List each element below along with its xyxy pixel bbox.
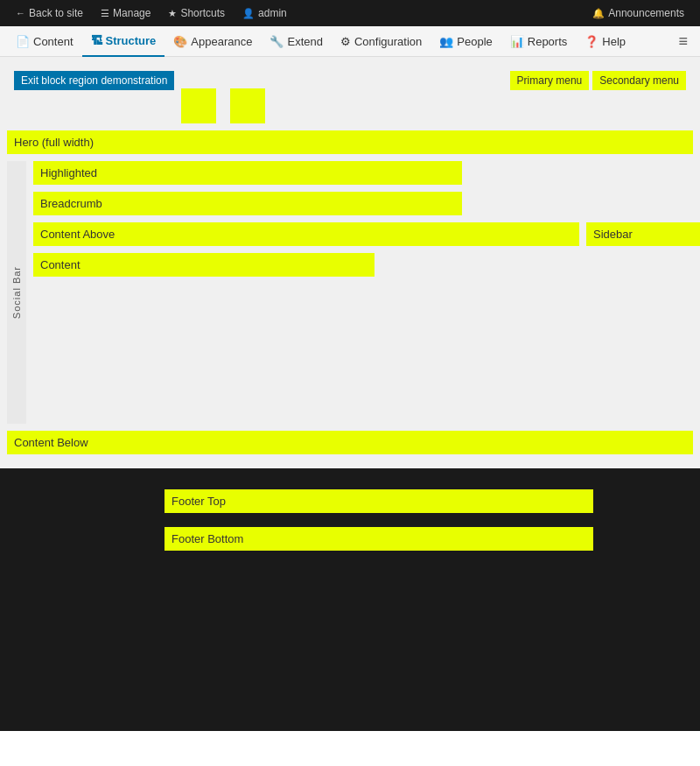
secondary-nav-right: ≡	[673, 32, 693, 51]
back-to-site-btn[interactable]: ← Back to site	[7, 0, 92, 26]
region-footer-top: Footer Top	[164, 489, 593, 513]
content-above-label: Content Above	[40, 228, 115, 241]
demo-footer: Footer Top Footer Bottom	[0, 468, 700, 731]
demo-wrapper: Exit block region demonstration Primary …	[0, 57, 700, 468]
header-block-2	[230, 88, 265, 123]
announcements-label: Announcements	[608, 7, 684, 19]
appearance-icon: 🎨	[173, 35, 187, 48]
nav-help[interactable]: ❓ Help	[576, 26, 634, 57]
primary-menu-label: Primary menu	[510, 71, 590, 90]
back-to-site-label: Back to site	[29, 7, 83, 19]
header-menu-area: Primary menu Secondary menu	[503, 64, 693, 97]
extend-icon: 🔧	[270, 35, 284, 48]
manage-label: Manage	[113, 7, 150, 19]
shortcuts-label: Shortcuts	[180, 7, 225, 19]
content-label: Content	[33, 35, 74, 48]
configuration-label: Configuration	[354, 35, 422, 48]
admin-toolbar: ← Back to site ☰ Manage ★ Shortcuts 👤 ad…	[0, 0, 700, 26]
structure-label: Structure	[106, 34, 157, 47]
appearance-label: Appearance	[191, 35, 252, 48]
nav-configuration[interactable]: ⚙ Configuration	[332, 26, 430, 57]
reports-icon: 📊	[510, 35, 524, 48]
content-label: Content	[40, 258, 80, 271]
shortcuts-btn[interactable]: ★ Shortcuts	[159, 0, 234, 26]
secondary-nav: 📄 Content 🏗 Structure 🎨 Appearance 🔧 Ext…	[0, 26, 700, 57]
region-hero: Hero (full width)	[7, 130, 693, 154]
nav-appearance[interactable]: 🎨 Appearance	[164, 26, 261, 57]
bell-icon: 🔔	[592, 8, 605, 19]
toolbar-right: 🔔 Announcements	[584, 0, 693, 26]
people-icon: 👥	[439, 35, 453, 48]
demo-header: Exit block region demonstration Primary …	[0, 57, 700, 123]
nav-people[interactable]: 👥 People	[430, 26, 500, 57]
footer-bottom-spacer: Footer Bottom	[7, 527, 693, 551]
content-area: Highlighted Breadcrumb Content Above Sid…	[33, 154, 700, 424]
region-content-below: Content Below	[7, 431, 693, 454]
admin-label: admin	[258, 7, 287, 19]
footer-top-label: Footer Top	[172, 495, 226, 508]
structure-icon: 🏗	[91, 34, 102, 47]
nav-extend[interactable]: 🔧 Extend	[261, 26, 331, 57]
highlighted-label: Highlighted	[40, 166, 97, 179]
people-label: People	[457, 35, 492, 48]
announcements-btn[interactable]: 🔔 Announcements	[584, 0, 693, 26]
social-bar: Social Bar	[7, 161, 26, 424]
hero-label: Hero (full width)	[14, 136, 94, 149]
menu-icon: ☰	[101, 8, 109, 19]
sidebar-label: Sidebar	[593, 228, 633, 241]
region-content: Content	[33, 253, 374, 277]
exit-block-btn[interactable]: Exit block region demonstration	[14, 71, 174, 90]
nav-content[interactable]: 📄 Content	[7, 26, 82, 57]
nav-toggle-btn[interactable]: ≡	[673, 32, 693, 51]
back-icon: ←	[16, 8, 25, 18]
help-icon: ❓	[584, 35, 598, 48]
content-icon: 📄	[16, 35, 30, 48]
region-footer-bottom: Footer Bottom	[164, 527, 593, 551]
header-block-1	[181, 88, 216, 123]
star-icon: ★	[168, 8, 177, 19]
region-sidebar: Sidebar	[586, 222, 700, 246]
nav-structure[interactable]: 🏗 Structure	[82, 26, 165, 57]
admin-user-btn[interactable]: 👤 admin	[234, 0, 296, 26]
content-above-row: Content Above Sidebar	[33, 222, 700, 246]
secondary-menu-label: Secondary menu	[592, 71, 686, 90]
user-icon: 👤	[242, 8, 255, 19]
content-below-label: Content Below	[14, 436, 88, 449]
extend-label: Extend	[287, 35, 322, 48]
config-icon: ⚙	[340, 35, 351, 48]
social-bar-label: Social Bar	[11, 266, 22, 319]
reports-label: Reports	[528, 35, 568, 48]
region-breadcrumb: Breadcrumb	[33, 192, 462, 215]
region-content-above: Content Above	[33, 222, 579, 246]
breadcrumb-label: Breadcrumb	[40, 197, 102, 210]
manage-btn[interactable]: ☰ Manage	[92, 0, 159, 26]
nav-reports[interactable]: 📊 Reports	[501, 26, 577, 57]
main-layout: Social Bar Highlighted Breadcrumb Conten…	[0, 154, 700, 424]
region-highlighted: Highlighted	[33, 161, 462, 185]
help-label: Help	[602, 35, 626, 48]
footer-bottom-label: Footer Bottom	[172, 532, 243, 545]
